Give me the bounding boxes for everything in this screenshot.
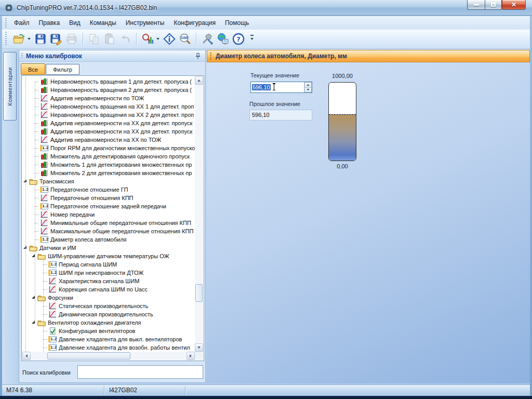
tree-item[interactable]: Аддитив неравномерности на ХХ для детект… — [22, 127, 195, 136]
dropdown-caret-icon[interactable] — [28, 38, 31, 40]
toolbar-overflow-button[interactable] — [249, 32, 255, 46]
scalar-value-icon: 1.2 — [48, 336, 57, 342]
chart-3d-icon — [40, 152, 48, 161]
expand-arrow-icon[interactable] — [23, 179, 26, 182]
title-bar[interactable]: ChipTuningPRO ver.7.2014.0.1534 - I427GB… — [0, 0, 532, 16]
tree-item[interactable]: Максимальные общие передаточные отношени… — [22, 227, 195, 235]
tree-vertical-scrollbar[interactable] — [195, 76, 203, 352]
maximize-button[interactable] — [485, 0, 502, 10]
tools-button[interactable] — [200, 32, 215, 46]
chart-view-button[interactable] — [140, 32, 155, 46]
tree-folder[interactable]: Вентилятор охлаждения двигателя — [22, 318, 195, 327]
menu-item-7[interactable]: Помощь — [220, 18, 254, 28]
panel-tabs: Все Фильтр — [21, 63, 80, 75]
preview-button[interactable]: 100 — [178, 32, 192, 46]
scalar-value-icon: 1.2 — [48, 270, 57, 276]
tree-item[interactable]: Неравномерность вращения на ХХ 1 для дет… — [22, 102, 195, 111]
parameter-panel-header[interactable]: Диаметр колеса автомобиля, Диаметр, мм — [207, 50, 530, 62]
tree-horizontal-scrollbar[interactable] — [22, 352, 195, 360]
close-button[interactable]: ✕ — [502, 0, 526, 10]
help-circle-icon: ? — [232, 33, 245, 45]
toolbar-separator — [136, 33, 137, 46]
pin-icon[interactable] — [194, 52, 202, 60]
tree-item[interactable]: Статическая производительность — [22, 302, 195, 310]
horizontal-scroll-thumb[interactable] — [47, 352, 130, 360]
help-button[interactable]: ? — [231, 32, 246, 46]
arrow-right-icon — [190, 354, 192, 357]
tree-item[interactable]: Множитель для детектирования одиночного … — [22, 152, 195, 161]
tree-item[interactable]: 1.2Давление хладагента для выкл. вентиля… — [22, 335, 195, 343]
tree-item[interactable]: Множитель 2 для детектирования множестве… — [22, 169, 195, 177]
spin-down-button[interactable] — [304, 87, 312, 93]
tree-item-label: Номер передачи — [50, 210, 95, 219]
current-value-spinner[interactable]: 596,10 — [250, 82, 312, 93]
tree-item[interactable]: Номер передачи — [22, 210, 195, 219]
tree-line — [43, 339, 47, 340]
tree-item[interactable]: Неравномерность вращения на ХХ 2 для дет… — [22, 111, 195, 119]
tree-item[interactable]: 1.2Порог RPM для диагностики множественн… — [22, 144, 195, 152]
chart-3d-icon — [40, 127, 48, 136]
calibrations-panel-header[interactable]: Меню калибровок — [19, 50, 205, 62]
menu-item-1[interactable]: Файл — [9, 18, 34, 28]
tree-item[interactable]: Конфигурация вентиляторов — [22, 327, 195, 335]
tree-item-label: Множитель 1 для детектирования множестве… — [50, 161, 192, 169]
curve-2d-icon — [40, 102, 48, 111]
tree-item[interactable]: 1.2Давление хладагента для возобн. работ… — [22, 343, 195, 352]
scroll-down-button[interactable] — [195, 343, 203, 352]
menu-item-6[interactable]: Конфигурация — [169, 18, 220, 28]
tree-item[interactable]: Неравномерность вращения 1 для детект. п… — [22, 77, 195, 86]
tree-line — [43, 273, 47, 273]
web-update-button[interactable] — [216, 32, 230, 46]
tree-item[interactable]: 1.2Диаметр колеса автомобиля — [22, 235, 195, 244]
tree-line — [35, 223, 39, 223]
scalar-value-icon: 1.2 — [40, 236, 48, 243]
tree-line — [35, 240, 39, 240]
minimize-button[interactable] — [467, 0, 485, 10]
menu-item-4[interactable]: Команды — [85, 18, 121, 28]
tree-item[interactable]: Аддитив неравномерности по ТОЖ — [22, 94, 195, 102]
tree-folder[interactable]: ШИМ-управление датчиком температуры ОЖ — [22, 252, 195, 260]
paste-button — [102, 32, 117, 46]
save-as-button[interactable] — [49, 32, 63, 46]
scroll-left-button[interactable] — [22, 352, 31, 360]
tree-item[interactable]: 1.2ШИМ при неисправности ДТОЖ — [22, 269, 195, 277]
tree-item[interactable]: 1.2Передаточное отношение ГП — [22, 185, 195, 194]
tree-folder[interactable]: Трансмиссия — [22, 177, 195, 185]
menu-item-2[interactable]: Правка — [34, 18, 65, 28]
tree-item[interactable]: Минимальные общие передаточные отношения… — [22, 219, 195, 227]
expand-arrow-icon[interactable] — [23, 246, 26, 249]
scroll-right-button[interactable] — [187, 352, 195, 360]
save-button[interactable] — [33, 32, 48, 46]
tab-filter[interactable]: Фильтр — [46, 64, 79, 75]
tab-all[interactable]: Все — [21, 63, 45, 75]
vertical-scroll-thumb[interactable] — [195, 284, 203, 302]
previous-value-field: 596,10 — [249, 110, 312, 121]
scroll-up-button[interactable] — [195, 76, 203, 85]
previous-value-label: Прошлое значение — [249, 101, 300, 107]
tree-item[interactable]: 1.2Период сигнала ШИМ — [22, 260, 195, 269]
tree-item[interactable]: Множитель 1 для детектирования множестве… — [22, 161, 195, 169]
spin-up-button[interactable] — [304, 82, 312, 87]
tree-item[interactable]: Передаточные отношения КПП — [22, 194, 195, 202]
tree-folder[interactable]: Датчики и ИМ — [22, 244, 195, 252]
tree-item[interactable]: Аддитив неравномерности на ХХ для детект… — [22, 119, 195, 127]
info-button[interactable] — [162, 32, 177, 46]
comments-side-tab[interactable]: Комментарии — [3, 52, 17, 121]
tree-item[interactable]: Динамическая производительность — [22, 310, 195, 318]
tree-folder[interactable]: Форсунки — [22, 294, 195, 302]
copy-pages-icon — [88, 33, 100, 45]
calibration-search-input[interactable] — [77, 365, 203, 379]
scalar-value-icon: 1.2 — [48, 344, 57, 351]
current-value-text[interactable]: 596,10 — [251, 82, 304, 92]
chart-3d-icon — [40, 169, 48, 177]
dropdown-caret-icon[interactable] — [156, 38, 159, 40]
tree-item[interactable]: Характеристика сигнала ШИМ — [22, 277, 195, 285]
open-file-button[interactable] — [11, 32, 26, 46]
tree-item[interactable]: Неравномерность вращения 2 для детект. п… — [22, 86, 195, 94]
tree-item[interactable]: 1.2Передаточное отношение задней передач… — [22, 202, 195, 210]
tree-item[interactable]: Аддитив неравномерности на ХХ по ТОЖ — [22, 136, 195, 144]
menu-item-5[interactable]: Инструменты — [121, 18, 169, 28]
tree-item-label: Характеристика сигнала ШИМ — [59, 277, 139, 285]
menu-item-3[interactable]: Вид — [64, 18, 85, 28]
tree-item[interactable]: Коррекция сигнала ШИМ по Uacc — [22, 285, 195, 294]
